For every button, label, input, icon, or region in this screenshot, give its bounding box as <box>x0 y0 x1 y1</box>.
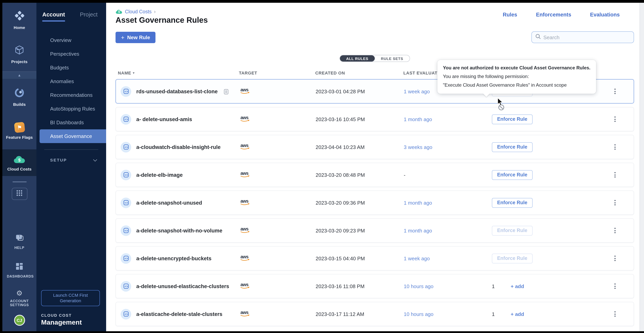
app-window: Home Projects ▲ Builds ⚑ Feature Flags $ <box>2 3 644 331</box>
svg-text:aws: aws <box>240 310 248 315</box>
header-bar: $ Cloud Costs › Asset Governance Rules R… <box>116 3 634 25</box>
aws-logo-icon: aws <box>239 309 252 317</box>
caret-up-icon: ▲ <box>18 73 21 77</box>
tab-account[interactable]: Account <box>42 11 65 22</box>
cloud-costs-icon: $ <box>116 9 122 14</box>
sidenav-item-recommendations[interactable]: Recommendations <box>36 88 106 102</box>
rail-collapse-button[interactable]: ▲ <box>2 71 36 79</box>
kebab-menu-icon[interactable] <box>612 254 618 263</box>
rail-item-help[interactable]: ? HELP <box>2 230 36 253</box>
kebab-menu-icon[interactable] <box>612 143 618 151</box>
sidenav-item-overview[interactable]: Overview <box>36 33 106 47</box>
sidenav-item-anomalies[interactable]: Anomalies <box>36 75 106 88</box>
nav-link-evaluations[interactable]: Evaluations <box>590 12 620 18</box>
nav-link-enforcements[interactable]: Enforcements <box>536 12 571 18</box>
enforce-rule-button[interactable]: Enforce Rule <box>492 142 532 152</box>
table-row[interactable]: <> a-delete-unused-elasticache-clusters … <box>116 274 634 298</box>
rule-icon: <> <box>120 225 131 236</box>
table-row[interactable]: <> a-delete-elb-image aws 2023-03-20 08:… <box>116 163 634 187</box>
new-rule-button[interactable]: + New Rule <box>116 32 156 43</box>
rail-label: Feature Flags <box>6 135 33 140</box>
rule-name-cell: <> a-delete-unencrypted-buckets <box>116 253 239 264</box>
projects-icon <box>14 45 25 57</box>
rules-table-body: <> rds-unused-databases-list-clone aws 2… <box>116 79 634 326</box>
home-icon <box>14 10 25 23</box>
scrollbar[interactable] <box>639 3 644 331</box>
rail-item-dashboards[interactable]: DASHBOARDS <box>2 259 36 282</box>
toggle-rule-sets[interactable]: RULE SETS <box>374 55 410 62</box>
row-menu-cell <box>604 198 634 207</box>
rail-item-feature-flags[interactable]: ⚑ Feature Flags <box>2 119 36 143</box>
gear-icon: ⚙ <box>16 290 22 297</box>
kebab-menu-icon[interactable] <box>612 198 618 207</box>
governance-top-nav: Rules Enforcements Evaluations <box>503 9 620 18</box>
rail-item-cloud-costs[interactable]: $ Cloud Costs <box>2 150 36 176</box>
rule-name-cell: <> a-delete-snapshot-with-no-volume <box>116 225 239 236</box>
created-on-cell: 2023-04-04 10:23 AM <box>316 144 404 150</box>
kebab-menu-icon[interactable] <box>612 87 618 96</box>
setup-section-toggle[interactable]: SETUP <box>36 150 106 162</box>
kebab-menu-icon[interactable] <box>612 115 618 124</box>
column-header-target: TARGET <box>239 71 315 75</box>
svg-text:aws: aws <box>240 282 248 287</box>
sort-caret-icon: ▾ <box>133 71 135 75</box>
tooltip-arrow <box>483 93 490 97</box>
launch-ccm-first-gen-button[interactable]: Launch CCM First Generation <box>41 290 100 306</box>
table-row[interactable]: <> a-cloudwatch-disable-insight-rule aws… <box>116 135 634 159</box>
toggle-all-rules[interactable]: ALL RULES <box>340 55 374 62</box>
table-row[interactable]: <> a-delete-snapshot-with-no-volume aws … <box>116 218 634 243</box>
scope-tabs: Account Project <box>36 3 106 22</box>
new-rule-label: New Rule <box>127 34 150 40</box>
table-row[interactable]: <> a-delete-snapshot-unused aws 2023-03-… <box>116 190 634 215</box>
svg-text:aws: aws <box>240 87 248 92</box>
user-avatar[interactable]: CJ <box>14 314 25 325</box>
rail-item-account-settings[interactable]: ⚙ ACCOUNT SETTINGS <box>2 286 36 311</box>
last-evaluation-cell: 3 weeks ago <box>404 144 492 150</box>
copy-icon[interactable] <box>224 88 229 94</box>
enforce-rule-button[interactable]: Enforce Rule <box>492 198 532 208</box>
add-enforcement-link[interactable]: + add <box>511 283 524 289</box>
sidenav-item-asset-governance[interactable]: Asset Governance <box>40 129 106 143</box>
row-menu-cell <box>604 226 634 235</box>
kebab-menu-icon[interactable] <box>612 171 618 179</box>
rule-name-cell: <> a-elasticache-delete-stale-clusters <box>116 309 239 319</box>
nav-link-rules[interactable]: Rules <box>503 12 517 18</box>
rail-item-home[interactable]: Home <box>2 7 36 33</box>
aws-logo-icon: aws <box>239 170 252 178</box>
enforce-rule-button[interactable]: Enforce Rule <box>492 170 532 180</box>
kebab-menu-icon[interactable] <box>612 282 618 290</box>
tab-project[interactable]: Project <box>80 11 98 22</box>
table-row[interactable]: <> a-delete-unencrypted-buckets aws 2023… <box>116 246 634 270</box>
rail-item-builds[interactable]: Builds <box>2 84 36 110</box>
column-header-name[interactable]: NAME ▾ <box>116 71 239 75</box>
kebab-menu-icon[interactable] <box>612 226 618 235</box>
table-row[interactable]: <> a-elasticache-delete-stale-clusters a… <box>116 302 634 326</box>
target-cell: aws <box>239 254 316 263</box>
aws-logo-icon: aws <box>239 198 252 206</box>
chevron-down-icon <box>93 157 97 161</box>
sidenav-item-autostopping-rules[interactable]: AutoStopping Rules <box>36 102 106 116</box>
rail-item-projects[interactable]: Projects <box>2 41 36 67</box>
module-grid-button[interactable] <box>12 188 27 200</box>
table-row[interactable]: <> a- delete-unused-amis aws 2023-03-16 … <box>116 107 634 131</box>
search-input[interactable] <box>543 34 630 40</box>
enforce-rule-button[interactable]: Enforce Rule <box>492 226 532 235</box>
enforcement-cell: Enforce Rule 1 + add <box>492 311 604 317</box>
enforce-rule-button[interactable]: Enforce Rule <box>492 114 532 124</box>
sidenav-item-bi-dashboards[interactable]: BI Dashboards <box>36 116 106 129</box>
sidenav-item-budgets[interactable]: Budgets <box>36 61 106 75</box>
sidenav-item-perspectives[interactable]: Perspectives <box>36 47 106 61</box>
enforcement-count: 1 <box>492 311 511 317</box>
rule-name: rds-unused-databases-list-clone <box>136 88 218 94</box>
aws-logo-icon: aws <box>239 87 252 94</box>
breadcrumb: $ Cloud Costs › <box>116 9 208 15</box>
row-menu-cell <box>604 115 634 124</box>
row-menu-cell <box>604 310 634 318</box>
rule-icon: <> <box>120 170 131 180</box>
add-enforcement-link[interactable]: + add <box>511 311 524 317</box>
kebab-menu-icon[interactable] <box>612 310 618 318</box>
enforce-rule-button[interactable]: Enforce Rule <box>492 253 532 263</box>
rail-label: Home <box>14 25 25 30</box>
breadcrumb-link-cloud-costs[interactable]: Cloud Costs <box>125 9 152 14</box>
rule-name: a-delete-snapshot-with-no-volume <box>136 228 222 233</box>
